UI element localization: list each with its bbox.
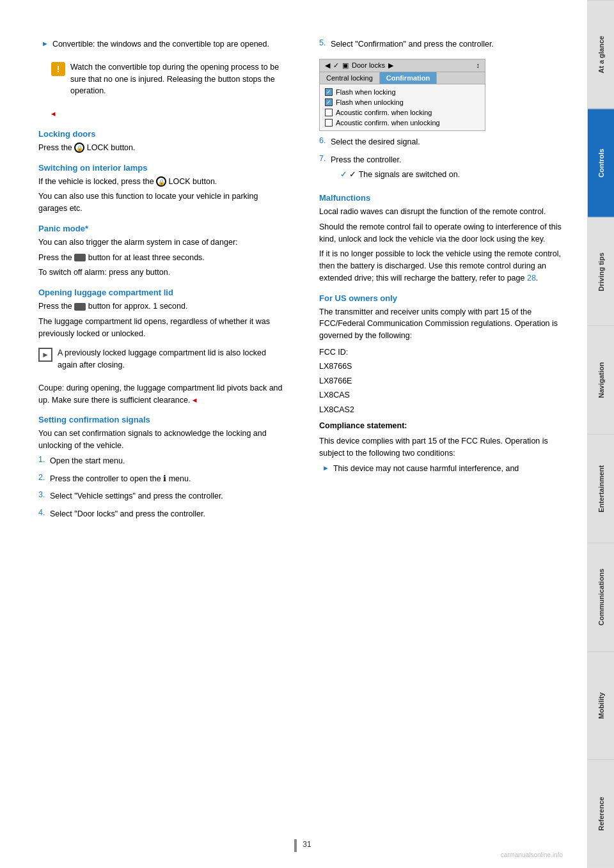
step-1: 1. Open the start menu. [38, 455, 287, 470]
luggage-body1: Press the button for approx. 1 second. [38, 300, 287, 313]
remote-icon: ▣ [342, 61, 349, 70]
malfunctions-body2: Should the remote control fail to operat… [319, 221, 568, 245]
us-owners-bullet: ► This device may not cause harmful inte… [319, 463, 568, 478]
confirmation-heading: Setting confirmation signals [38, 415, 287, 424]
option-acoustic-locking: Acoustic confirm. when locking [325, 107, 480, 118]
step-4: 4. Select "Door locks" and press the con… [38, 508, 287, 523]
luggage-heading: Opening luggage compartment lid [38, 288, 287, 297]
luggage-note-text: A previously locked luggage compartment … [58, 347, 287, 371]
step7-subtext: ✓ ✓ The signals are switched on. [331, 169, 460, 181]
locking-doors-heading: Locking doors [38, 129, 287, 139]
interior-lamps-heading: Switching on interior lamps [38, 163, 287, 173]
step-5: 5. Select "Confirmation" and press the c… [319, 38, 568, 54]
right-column: 5. Select "Confirmation" and press the c… [313, 38, 568, 842]
step5-text: Select "Confirmation" and press the cont… [331, 38, 494, 50]
step3-text: Select "Vehicle settings" and press the … [50, 490, 223, 502]
interior-lamps-body2: You can also use this function to locate… [38, 190, 287, 215]
sidebar-tab-mobility[interactable]: Mobility [588, 651, 614, 760]
sidebar-tab-entertainment[interactable]: Entertainment [588, 434, 614, 543]
sidebar-tab-navigation[interactable]: Navigation [588, 325, 614, 434]
page-number: 31 [303, 840, 311, 849]
step4-num: 4. [38, 508, 50, 517]
door-locks-options: ✓ Flash when locking ✓ Flash when unlock… [320, 84, 485, 130]
step-2: 2. Press the controller to open the ℹ me… [38, 473, 287, 488]
panic-mode-heading: Panic mode* [38, 224, 287, 233]
luggage-body2: The luggage compartment lid opens, regar… [38, 316, 287, 340]
nav-right-icon: ▶ [388, 61, 393, 70]
intro-text: Convertible: the windows and the convert… [52, 38, 269, 50]
sidebar: At a glance Controls Driving tips Naviga… [587, 0, 614, 868]
sidebar-tab-communications[interactable]: Communications [588, 543, 614, 651]
step7-num: 7. [319, 154, 331, 163]
option-flash-locking-label: Flash when locking [336, 88, 396, 96]
door-locks-nav: ◀ ✓ ▣ Door locks ▶ [325, 61, 393, 70]
luggage-body3: Coupe: during opening, the luggage compa… [38, 382, 287, 407]
us-owners-bullet-text: This device may not cause harmful interf… [333, 463, 519, 475]
step3-num: 3. [38, 490, 50, 499]
option-flash-unlocking: ✓ Flash when unlocking [325, 97, 480, 107]
sidebar-tab-controls[interactable]: Controls [588, 109, 614, 217]
checkbox-acoustic-unlocking [325, 119, 333, 127]
option-acoustic-unlocking: Acoustic confirm. when unlocking [325, 118, 480, 128]
door-locks-ui: ◀ ✓ ▣ Door locks ▶ ↕ Central locking Con… [319, 59, 485, 131]
warning-text: Watch the convertible top during the ope… [70, 61, 287, 97]
watermark: carmanualsonline.info [501, 851, 563, 858]
door-locks-title: Door locks [352, 61, 385, 69]
note-arrow-icon: ► [38, 348, 52, 362]
panic-mode-body3: To switch off alarm: press any button. [38, 267, 287, 279]
checkmark-icon: ✓ [333, 61, 339, 70]
option-flash-unlocking-label: Flash when unlocking [336, 98, 404, 106]
checkbox-acoustic-locking [325, 109, 333, 116]
confirmation-body: You can set confirmation signals to ackn… [38, 428, 287, 452]
step4-text: Select "Door locks" and press the contro… [50, 508, 205, 520]
page-container: ► Convertible: the windows and the conve… [0, 0, 614, 868]
step1-text: Open the start menu. [50, 455, 125, 467]
malfunctions-body1: Local radio waves can disrupt the functi… [319, 206, 568, 218]
step6-num: 6. [319, 136, 331, 145]
tab-confirmation[interactable]: Confirmation [380, 72, 437, 84]
nav-left-icon: ◀ [325, 61, 330, 70]
luggage-note: ► A previously locked luggage compartmen… [38, 345, 287, 377]
stop-mark: ◂ [51, 109, 56, 118]
step-7: 7. Press the controller. ✓ ✓ The signals… [319, 154, 568, 185]
left-column: ► Convertible: the windows and the conve… [38, 38, 294, 842]
checkbox-flash-unlocking: ✓ [325, 98, 333, 106]
step2-num: 2. [38, 473, 50, 482]
locking-doors-body: Press the 🔒 LOCK button. [38, 142, 287, 154]
us-bullet-arrow-icon: ► [322, 464, 329, 472]
step-3: 3. Select "Vehicle settings" and press t… [38, 490, 287, 506]
malfunctions-heading: Malfunctions [319, 193, 568, 203]
step5-num: 5. [319, 38, 331, 47]
us-owners-body1: The transmitter and receiver units compl… [319, 306, 568, 342]
page-bar [294, 839, 297, 852]
panic-mode-body2: Press the button for at least three seco… [38, 252, 287, 264]
sidebar-tab-at-a-glance[interactable]: At a glance [588, 0, 614, 109]
fcc-ids: FCC ID: LX8766S LX8766E LX8CAS LX8CAS2 [319, 345, 568, 417]
step1-num: 1. [38, 455, 50, 464]
option-flash-locking: ✓ Flash when locking [325, 87, 480, 97]
malfunctions-body3: If it is no longer possible to lock the … [319, 248, 568, 284]
us-owners-heading: For US owners only [319, 293, 568, 303]
main-content: ► Convertible: the windows and the conve… [0, 0, 587, 868]
bullet-arrow-icon: ► [42, 40, 49, 47]
warning-icon: ! [51, 62, 65, 76]
door-locks-header: ◀ ✓ ▣ Door locks ▶ ↕ [320, 59, 485, 72]
panic-mode-body1: You can also trigger the alarm system in… [38, 236, 287, 249]
step6-text: Select the desired signal. [331, 136, 420, 148]
door-locks-tabs: Central locking Confirmation [320, 72, 485, 84]
option-acoustic-locking-label: Acoustic confirm. when locking [336, 109, 432, 116]
interior-lamps-body1: If the vehicle is locked, press the 🔒 LO… [38, 176, 287, 188]
option-acoustic-unlocking-label: Acoustic confirm. when unlocking [336, 119, 440, 127]
tab-central-locking[interactable]: Central locking [320, 72, 380, 84]
sidebar-tab-driving-tips[interactable]: Driving tips [588, 217, 614, 326]
intro-bullet: ► Convertible: the windows and the conve… [38, 38, 287, 54]
step7-text: Press the controller. [331, 154, 460, 166]
sidebar-tab-reference[interactable]: Reference [588, 759, 614, 868]
step-6: 6. Select the desired signal. [319, 136, 568, 151]
compliance-heading: Compliance statement: [319, 420, 568, 432]
page-link-28[interactable]: 28 [527, 274, 536, 283]
stop-mark2: ◂ [193, 396, 197, 405]
checkmark-signal-icon: ✓ [340, 170, 347, 179]
warning-note: ! Watch the convertible top during the o… [51, 59, 287, 103]
step2-text: Press the controller to open the ℹ menu. [50, 473, 191, 485]
